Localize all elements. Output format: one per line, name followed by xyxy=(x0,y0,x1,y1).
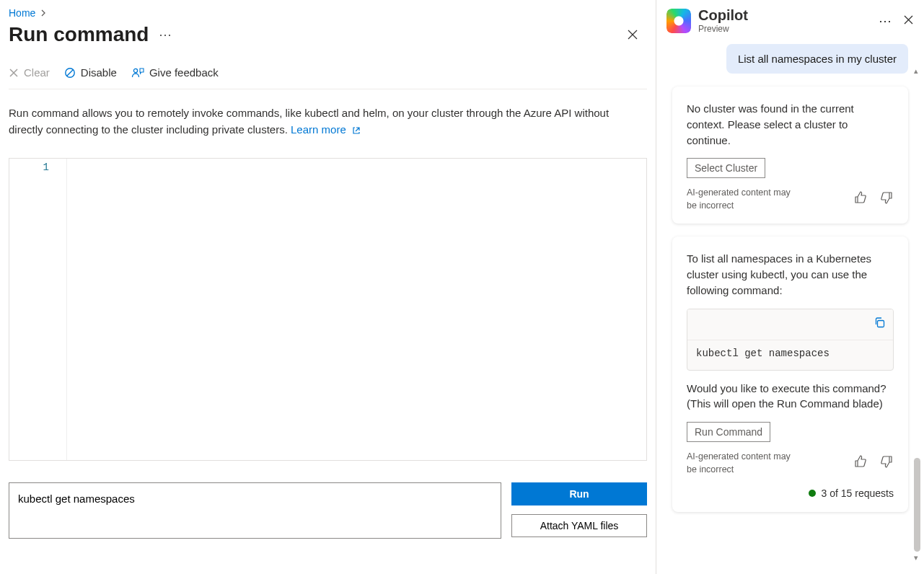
copilot-logo-icon xyxy=(666,9,691,33)
request-counter-text: 3 of 15 requests xyxy=(822,486,894,500)
page-title: Run command xyxy=(9,23,149,46)
copilot-response-card: No cluster was found in the current cont… xyxy=(672,87,908,224)
feedback-button[interactable]: Give feedback xyxy=(131,66,219,79)
bottom-row: Run Attach YAML files xyxy=(9,482,647,539)
status-dot-icon xyxy=(809,490,816,497)
copilot-panel: Copilot Preview ⋯ List all namespaces in… xyxy=(656,0,924,574)
editor-body[interactable] xyxy=(67,159,646,460)
external-link-icon xyxy=(352,126,361,135)
disable-label: Disable xyxy=(81,66,117,79)
copy-icon[interactable] xyxy=(874,317,886,333)
attach-yaml-button[interactable]: Attach YAML files xyxy=(511,514,647,537)
code-block: kubectl get namespaces xyxy=(687,309,894,371)
line-number: 1 xyxy=(9,162,49,173)
feedback-label: Give feedback xyxy=(149,66,219,79)
close-icon xyxy=(9,68,19,78)
copilot-more-icon[interactable]: ⋯ xyxy=(879,13,893,29)
command-input[interactable] xyxy=(9,482,501,539)
editor-gutter: 1 xyxy=(9,159,67,460)
copilot-chat[interactable]: List all namespaces in my cluster No clu… xyxy=(656,40,924,574)
copilot-title: Copilot xyxy=(698,7,871,24)
description: Run command allows you to remotely invok… xyxy=(9,105,629,138)
title-row: Run command ⋯ xyxy=(9,23,647,46)
code-editor[interactable]: 1 xyxy=(9,158,647,461)
breadcrumb: Home xyxy=(9,6,647,20)
response-text: No cluster was found in the current cont… xyxy=(687,101,894,148)
toolbar: Clear Disable Give feedback xyxy=(9,46,647,89)
svg-line-1 xyxy=(67,69,73,75)
chevron-right-icon xyxy=(40,7,47,19)
thumbs-up-icon[interactable] xyxy=(853,454,868,473)
ai-disclaimer: AI-generated content may be incorrect xyxy=(687,187,795,212)
thumbs-down-icon[interactable] xyxy=(879,454,894,473)
breadcrumb-home-link[interactable]: Home xyxy=(9,7,35,19)
clear-button[interactable]: Clear xyxy=(9,66,50,79)
run-button[interactable]: Run xyxy=(511,482,647,505)
close-button[interactable] xyxy=(621,23,644,46)
select-cluster-button[interactable]: Select Cluster xyxy=(687,158,765,178)
thumbs-down-icon[interactable] xyxy=(879,190,894,209)
svg-rect-3 xyxy=(878,320,884,327)
clear-label: Clear xyxy=(24,66,50,79)
copilot-close-icon[interactable] xyxy=(903,14,914,27)
run-command-button[interactable]: Run Command xyxy=(687,422,770,442)
request-counter: 3 of 15 requests xyxy=(687,486,894,500)
disable-icon xyxy=(64,67,76,79)
more-icon[interactable]: ⋯ xyxy=(159,27,173,43)
copilot-response-card: To list all namespaces in a Kubernetes c… xyxy=(672,237,908,512)
user-message: List all namespaces in my cluster xyxy=(726,44,908,74)
response-intro: To list all namespaces in a Kubernetes c… xyxy=(687,251,894,298)
main-panel: Home Run command ⋯ Clear Disable xyxy=(0,0,656,574)
feedback-icon xyxy=(131,67,144,79)
copilot-subtitle: Preview xyxy=(698,24,871,34)
learn-more-link[interactable]: Learn more xyxy=(291,123,361,136)
code-content: kubectl get namespaces xyxy=(687,340,893,369)
copilot-header: Copilot Preview ⋯ xyxy=(656,0,924,40)
disable-button[interactable]: Disable xyxy=(64,66,117,79)
svg-point-2 xyxy=(133,69,137,72)
response-followup: Would you like to execute this command? … xyxy=(687,381,894,412)
thumbs-up-icon[interactable] xyxy=(853,190,868,209)
ai-disclaimer: AI-generated content may be incorrect xyxy=(687,451,795,476)
